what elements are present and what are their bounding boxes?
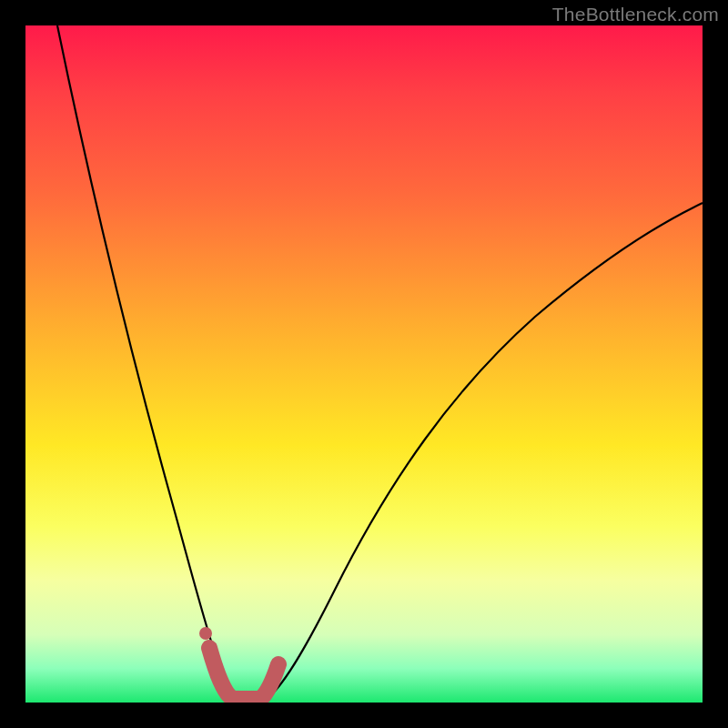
highlight-band: [209, 648, 278, 699]
bottleneck-curve: [25, 25, 703, 703]
plot-area: [25, 25, 703, 703]
mismatch-curve-path: [57, 25, 703, 701]
highlight-dot: [199, 627, 212, 640]
watermark-text: TheBottleneck.com: [552, 4, 719, 25]
